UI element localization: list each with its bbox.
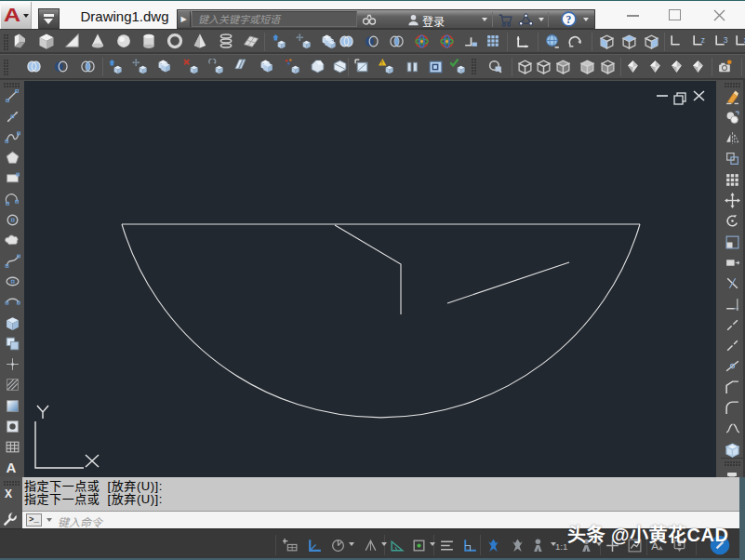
svg-text:z: z — [701, 35, 705, 45]
svg-text:!: ! — [381, 60, 383, 66]
svg-text:3: 3 — [724, 35, 728, 45]
svg-text:?: ? — [566, 14, 572, 26]
svg-text:1:1: 1:1 — [555, 541, 567, 552]
